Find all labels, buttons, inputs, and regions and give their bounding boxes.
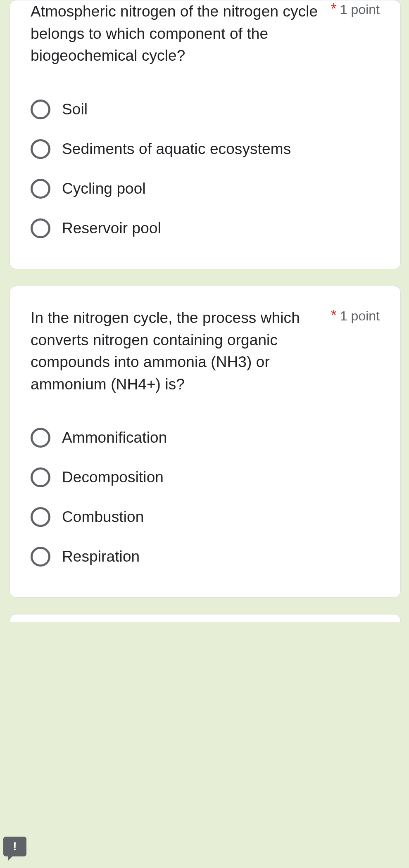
points-label: 1 point [340, 2, 380, 17]
option-label: Decomposition [62, 469, 164, 486]
radio-circle-icon [31, 179, 50, 199]
question-header: In the nitrogen cycle, the process which… [31, 307, 380, 396]
radio-option-respiration[interactable]: Respiration [31, 537, 380, 576]
option-label: Soil [62, 101, 88, 118]
points-wrapper: * 1 point [331, 308, 380, 324]
radio-option-decomposition[interactable]: Decomposition [31, 458, 380, 497]
options-container: Ammonification Decomposition Combustion … [31, 418, 380, 576]
question-header: Atmospheric nitrogen of the nitrogen cyc… [31, 0, 380, 67]
question-text: Atmospheric nitrogen of the nitrogen cyc… [31, 0, 319, 67]
radio-circle-icon [31, 547, 50, 567]
radio-option-reservoir-pool[interactable]: Reservoir pool [31, 209, 380, 248]
radio-circle-icon [31, 467, 50, 487]
option-label: Sediments of aquatic ecosystems [62, 140, 291, 158]
question-text: In the nitrogen cycle, the process which… [31, 307, 319, 396]
required-asterisk-icon: * [331, 1, 337, 17]
radio-option-combustion[interactable]: Combustion [31, 497, 380, 537]
radio-circle-icon [31, 139, 50, 159]
radio-circle-icon [31, 428, 50, 448]
points-label: 1 point [340, 308, 380, 324]
radio-option-cycling-pool[interactable]: Cycling pool [31, 169, 380, 209]
question-card-2: In the nitrogen cycle, the process which… [10, 286, 401, 598]
radio-circle-icon [31, 218, 50, 238]
option-label: Respiration [62, 548, 140, 565]
points-wrapper: * 1 point [331, 1, 380, 17]
feedback-button[interactable]: ! [3, 837, 26, 856]
option-label: Ammonification [62, 429, 167, 446]
radio-option-sediments[interactable]: Sediments of aquatic ecosystems [31, 129, 380, 169]
exclamation-icon: ! [13, 840, 17, 853]
option-label: Combustion [62, 508, 144, 526]
radio-circle-icon [31, 507, 50, 527]
partial-card [10, 614, 401, 622]
radio-circle-icon [31, 100, 50, 119]
option-label: Cycling pool [62, 180, 146, 197]
question-card-1: Atmospheric nitrogen of the nitrogen cyc… [10, 0, 401, 269]
radio-option-soil[interactable]: Soil [31, 90, 380, 129]
radio-option-ammonification[interactable]: Ammonification [31, 418, 380, 458]
option-label: Reservoir pool [62, 220, 161, 237]
options-container: Soil Sediments of aquatic ecosystems Cyc… [31, 90, 380, 248]
required-asterisk-icon: * [331, 308, 337, 323]
